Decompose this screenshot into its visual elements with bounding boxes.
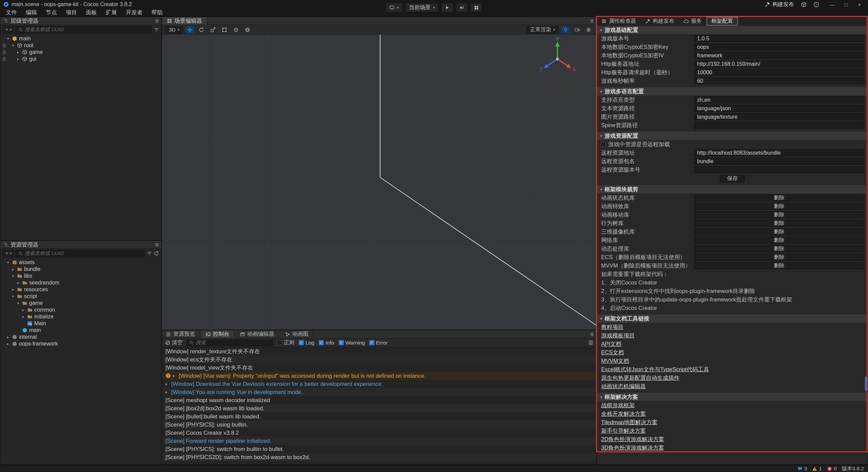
delete-button[interactable]: 删除 xyxy=(694,262,864,269)
log-row[interactable]: [Window] ecs文件夹不存在 xyxy=(162,355,596,363)
doc-link[interactable]: MVVM文档 xyxy=(597,357,868,365)
assets-filter-icon[interactable] xyxy=(147,251,152,256)
console-menu-icon[interactable]: ≡ xyxy=(590,331,594,337)
inspector-tab-2[interactable]: 服务 xyxy=(679,17,707,25)
doc-link[interactable]: API文档 xyxy=(597,340,868,348)
console-tab-1[interactable]: 控制台 xyxy=(202,330,234,338)
delete-button[interactable]: 删除 xyxy=(694,203,864,210)
log-row[interactable]: [Scene] Cocos Creator v3.8.2 xyxy=(162,429,596,437)
refresh-icon[interactable] xyxy=(154,251,159,256)
property-input[interactable]: framework xyxy=(694,52,864,59)
log-row[interactable]: [Scene] [PHYSICS]: switch from builtin t… xyxy=(162,445,596,453)
property-input[interactable]: oops xyxy=(694,43,864,51)
log-row[interactable]: [Window] render_texture文件夹不存在 xyxy=(162,347,596,355)
property-input[interactable]: 1.0.5 xyxy=(694,35,864,42)
pivot-toggle-icon[interactable] xyxy=(232,26,240,34)
log-row[interactable]: [Window] model_view文件夹不存在 xyxy=(162,363,596,372)
help-icon[interactable]: ? xyxy=(813,2,819,7)
property-input[interactable]: 60 xyxy=(694,77,864,84)
delete-button[interactable]: 删除 xyxy=(694,194,864,201)
assets-tree-item[interactable]: ▾script xyxy=(0,293,161,300)
console-filter-1[interactable]: ✓Log xyxy=(299,340,314,346)
property-input[interactable]: zh,en xyxy=(694,96,864,103)
gizmo-camera-icon[interactable] xyxy=(573,26,581,34)
doc-link[interactable]: 新手引导解决方案 xyxy=(597,427,868,435)
caret-down-icon[interactable]: ▾ xyxy=(6,260,10,265)
console-filter-4[interactable]: ✓Error xyxy=(369,340,388,346)
menu-item-4[interactable]: 面板 xyxy=(81,9,101,16)
rotate-tool-icon[interactable] xyxy=(197,26,206,34)
property-input[interactable] xyxy=(694,166,864,173)
section-header[interactable]: ▾框架模块裁剪 xyxy=(597,185,868,194)
assets-search-input[interactable]: 搜索名称或 UUID xyxy=(16,250,145,257)
play-button[interactable] xyxy=(441,3,453,12)
section-header[interactable]: ▾框架解决方案 xyxy=(597,393,868,401)
log-row[interactable]: [Scene] meshopt wasm decoder initialized xyxy=(162,396,596,404)
caret-right-icon[interactable]: ▸ xyxy=(21,314,25,319)
inspector-tab-1[interactable]: 构建发布 xyxy=(641,17,679,25)
log-row[interactable]: [Scene] Forward render pipeline initiali… xyxy=(162,437,596,445)
console-filter-3[interactable]: ✓Warning xyxy=(339,340,365,346)
assets-tree-item[interactable]: ▾libs xyxy=(0,273,161,279)
caret-right-icon[interactable]: ▸ xyxy=(16,57,20,61)
tab-scene-editor[interactable]: 场景编辑器 xyxy=(162,17,208,25)
delete-button[interactable]: 删除 xyxy=(694,237,864,244)
checkbox-icon[interactable]: ✓ xyxy=(339,340,344,345)
hierarchy-tree-item[interactable]: ▸game xyxy=(0,49,161,56)
doc-link[interactable]: 全栈开发解决方案 xyxy=(597,410,868,418)
section-header[interactable]: ▾游戏基础配置 xyxy=(597,26,868,34)
error-counter[interactable]: 0 xyxy=(827,466,837,472)
build-publish-button[interactable]: 构建发布 xyxy=(765,1,794,8)
assets-tree-item[interactable]: ▸common xyxy=(0,307,161,313)
assets-tree-item[interactable]: ▾assets xyxy=(0,259,161,266)
log-row[interactable]: ▸[Window] Download the Vue Devtools exte… xyxy=(162,380,596,388)
scene-select-dropdown[interactable]: 当前场景 ▾ xyxy=(405,3,439,12)
minimize-button[interactable]: — xyxy=(826,0,839,8)
assets-tree-item[interactable]: ▸resources xyxy=(0,286,161,293)
doc-link[interactable]: 原生包热更新配置自动生成插件 xyxy=(597,374,868,382)
inspector-scrollbar[interactable] xyxy=(865,377,867,391)
layout-button[interactable] xyxy=(471,3,482,12)
open-log-file-icon[interactable] xyxy=(588,340,593,345)
checkbox-icon[interactable]: ✓ xyxy=(369,340,374,345)
caret-right-icon[interactable]: ▸ xyxy=(11,267,15,272)
menu-item-7[interactable]: 帮助 xyxy=(147,9,167,16)
caret-right-icon[interactable]: ▸ xyxy=(16,50,20,55)
console-filter-2[interactable]: ✓Info xyxy=(319,340,334,346)
delete-button[interactable]: 删除 xyxy=(694,245,864,252)
checkbox-icon[interactable] xyxy=(600,142,606,147)
caret-down-icon[interactable]: ▾ xyxy=(11,294,15,299)
dimension-toggle-button[interactable]: 3D ▾ xyxy=(165,26,183,34)
doc-link[interactable]: 2D角色扮演游戏解决方案 xyxy=(597,435,868,444)
doc-link[interactable]: 战棋游戏框架 xyxy=(597,401,868,410)
save-button[interactable]: 保存 xyxy=(720,175,745,182)
section-header[interactable]: ▾游戏多语言配置 xyxy=(597,87,868,96)
assets-tree-item[interactable]: main xyxy=(0,327,161,334)
caret-right-icon[interactable]: ▸ xyxy=(16,280,20,285)
section-header[interactable]: ▾游戏资源配置 xyxy=(597,132,868,140)
caret-right-icon[interactable]: ▸ xyxy=(21,308,25,312)
package-icon[interactable] xyxy=(801,2,807,7)
checkbox-icon[interactable]: ✓ xyxy=(299,340,304,345)
delete-button[interactable]: 删除 xyxy=(694,220,864,227)
assets-tree-item[interactable]: ▸internal xyxy=(0,334,161,340)
scene-menu-icon[interactable]: ≡ xyxy=(590,18,594,24)
hierarchy-menu-icon[interactable]: ≡ xyxy=(155,18,159,24)
log-row[interactable]: ▸[Window] You are running Vue in develop… xyxy=(162,388,596,396)
coordinate-toggle-icon[interactable] xyxy=(243,26,252,34)
delete-button[interactable]: 删除 xyxy=(694,254,864,261)
doc-link[interactable]: 动画状态机编辑器 xyxy=(597,382,868,391)
caret-right-icon[interactable]: ▸ xyxy=(6,335,10,339)
create-node-button[interactable]: ＋▾ xyxy=(3,26,14,33)
delete-button[interactable]: 删除 xyxy=(694,228,864,235)
section-header[interactable]: ▾框架文档工具链接 xyxy=(597,314,868,323)
property-input[interactable]: http://localhost:8083/assets/bundle xyxy=(694,149,864,156)
hierarchy-filter-icon[interactable] xyxy=(154,27,159,32)
create-asset-button[interactable]: ＋▾ xyxy=(3,250,14,257)
checkbox-icon[interactable]: ✓ xyxy=(319,340,324,345)
log-row[interactable]: [Scene] [PHYSICS]: using builtin. xyxy=(162,420,596,429)
delete-button[interactable]: 删除 xyxy=(694,211,864,218)
property-input[interactable]: language/texture xyxy=(694,113,864,120)
orientation-gizmo[interactable]: Y X Z xyxy=(537,37,578,78)
doc-link[interactable]: Tiledmap地图解决方案 xyxy=(597,418,868,427)
